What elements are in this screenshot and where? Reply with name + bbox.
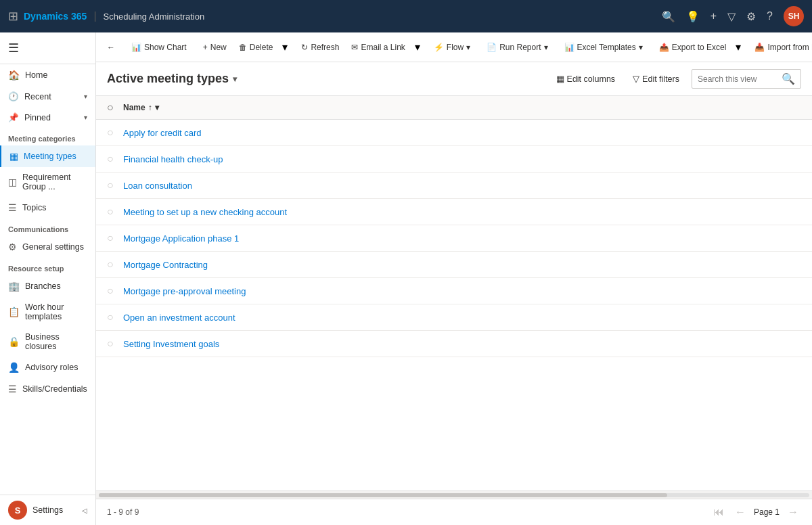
filter-icon[interactable]: ▽ <box>727 10 736 23</box>
row-name-link[interactable]: Mortgage pre-approval meeting <box>123 286 246 296</box>
row-checkbox[interactable]: ○ <box>107 153 123 165</box>
search-icon[interactable]: 🔍 <box>782 72 795 85</box>
row-checkbox[interactable]: ○ <box>107 206 123 218</box>
hamburger-button[interactable]: ☰ <box>5 38 90 58</box>
sidebar-item-general-settings[interactable]: ⚙ General settings <box>0 236 95 258</box>
delete-button[interactable]: 🗑 Delete <box>233 39 279 55</box>
table-row[interactable]: ○ Mortgage Contracting <box>96 252 812 278</box>
search-input[interactable] <box>698 74 779 84</box>
row-checkbox[interactable]: ○ <box>107 179 123 191</box>
column-name-header[interactable]: Name ↑ ▾ <box>123 103 159 112</box>
run-report-button[interactable]: 📄 Run Report ▾ <box>481 39 553 55</box>
edit-columns-button[interactable]: ▦ Edit columns <box>551 71 621 87</box>
row-name-link[interactable]: Mortgage Contracting <box>123 260 208 270</box>
sidebar-item-pinned[interactable]: 📌 Pinned ▾ <box>0 107 95 128</box>
table-row[interactable]: ○ Meeting to set up a new checking accou… <box>96 199 812 225</box>
sidebar-item-home[interactable]: 🏠 Home <box>0 64 95 86</box>
table-row[interactable]: ○ Financial health check-up <box>96 146 812 173</box>
row-name-link[interactable]: Apply for credit card <box>123 128 202 138</box>
sidebar-item-branches[interactable]: 🏢 Branches <box>0 275 95 297</box>
email-link-button[interactable]: ✉ Email a Link <box>346 39 410 55</box>
sidebar-item-requirement-group[interactable]: ◫ Requirement Group ... <box>0 167 95 197</box>
scrollbar-track[interactable] <box>99 493 809 497</box>
back-button[interactable]: ← <box>102 39 120 55</box>
email-dropdown[interactable]: ▾ <box>412 37 423 57</box>
delete-dropdown[interactable]: ▾ <box>279 37 290 57</box>
table-row[interactable]: ○ Apply for credit card <box>96 120 812 146</box>
content-area: ← 📊 Show Chart + New 🗑 Delete ▾ ↻ R <box>96 32 812 525</box>
chevron-down-icon[interactable]: ▾ <box>155 103 159 112</box>
sidebar-item-meeting-types[interactable]: ▦ Meeting types <box>0 145 95 167</box>
sidebar-item-advisory-roles[interactable]: 👤 Advisory roles <box>0 357 95 378</box>
avatar[interactable]: SH <box>784 6 804 26</box>
table-row[interactable]: ○ Mortgage Application phase 1 <box>96 225 812 252</box>
sidebar-item-recent[interactable]: 🕐 Recent ▾ <box>0 86 95 107</box>
edit-filters-button[interactable]: ▽ Edit filters <box>627 71 685 87</box>
import-icon: 📥 <box>754 43 765 52</box>
refresh-button[interactable]: ↻ Refresh <box>296 39 344 55</box>
row-checkbox[interactable]: ○ <box>107 232 123 244</box>
chevron-down-icon: ▾ <box>415 41 420 53</box>
chevron-down-icon: ▾ <box>639 43 643 52</box>
row-checkbox[interactable]: ○ <box>107 127 123 139</box>
excel-templates-button[interactable]: 📊 Excel Templates ▾ <box>559 39 648 55</box>
sort-asc-icon: ↑ <box>148 103 152 112</box>
first-page-button[interactable]: ⏮ <box>710 505 727 520</box>
sidebar-pinned-label: Pinned <box>24 113 51 122</box>
scrollbar-area[interactable] <box>96 490 812 499</box>
show-chart-button[interactable]: 📊 Show Chart <box>126 39 192 55</box>
row-name-link[interactable]: Meeting to set up a new checking account <box>123 207 287 217</box>
prev-page-button[interactable]: ← <box>732 505 748 520</box>
chevron-down-icon: ▾ <box>282 41 288 53</box>
recent-icon: 🕐 <box>8 91 19 101</box>
flow-icon: ⚡ <box>434 43 444 52</box>
main-layout: ☰ 🏠 Home 🕐 Recent ▾ 📌 Pinned ▾ Meeting c… <box>0 32 812 525</box>
export-dropdown[interactable]: ▾ <box>733 37 744 57</box>
sidebar: ☰ 🏠 Home 🕐 Recent ▾ 📌 Pinned ▾ Meeting c… <box>0 32 96 525</box>
sidebar-item-work-hour-templates[interactable]: 📋 Work hour templates <box>0 297 95 327</box>
chart-icon: 📊 <box>131 43 141 52</box>
row-checkbox[interactable]: ○ <box>107 285 123 297</box>
email-icon: ✉ <box>351 43 358 52</box>
export-excel-button[interactable]: 📤 Export to Excel <box>654 39 732 55</box>
search-box[interactable]: 🔍 <box>692 69 801 89</box>
chevron-down-icon: ▾ <box>84 114 87 121</box>
settings-icon[interactable]: ⚙ <box>746 10 756 23</box>
lightbulb-icon[interactable]: 💡 <box>686 10 700 23</box>
table-row[interactable]: ○ Open an investment account <box>96 304 812 331</box>
next-page-button[interactable]: → <box>785 505 801 520</box>
view-dropdown-icon[interactable]: ▾ <box>233 74 237 84</box>
row-name-link[interactable]: Mortgage Application phase 1 <box>123 233 239 244</box>
sidebar-item-skills-credentials[interactable]: ☰ Skills/Credentials <box>0 378 95 400</box>
search-icon[interactable]: 🔍 <box>662 10 675 23</box>
scrollbar-thumb[interactable] <box>99 493 667 497</box>
export-icon: 📤 <box>659 43 669 52</box>
add-icon[interactable]: + <box>710 10 717 22</box>
sidebar-item-business-closures[interactable]: 🔒 Business closures <box>0 327 95 357</box>
sidebar-item-label: Advisory roles <box>25 363 78 372</box>
sidebar-item-topics[interactable]: ☰ Topics <box>0 197 95 219</box>
table-row[interactable]: ○ Loan consultation <box>96 173 812 199</box>
flow-button[interactable]: ⚡ Flow ▾ <box>428 39 476 55</box>
row-name-link[interactable]: Open an investment account <box>123 313 235 323</box>
view-title-text: Active meeting types <box>107 72 229 86</box>
table-row[interactable]: ○ Mortgage pre-approval meeting <box>96 278 812 304</box>
row-name-link[interactable]: Loan consultation <box>123 181 192 191</box>
sidebar-item-label: Topics <box>22 203 46 212</box>
row-checkbox[interactable]: ○ <box>107 311 123 323</box>
row-checkbox[interactable]: ○ <box>107 338 123 350</box>
nav-icons: 🔍 💡 + ▽ ⚙ ? SH <box>662 6 804 26</box>
import-excel-button[interactable]: 📥 Import from Excel <box>749 39 812 55</box>
table-row[interactable]: ○ Setting Investment goals <box>96 331 812 357</box>
row-name-link[interactable]: Financial health check-up <box>123 154 223 164</box>
new-button[interactable]: + New <box>198 39 232 55</box>
row-name-link[interactable]: Setting Investment goals <box>123 339 219 349</box>
row-checkbox[interactable]: ○ <box>107 258 123 271</box>
section-communications: Communications <box>0 219 95 236</box>
select-all-checkbox[interactable]: ○ <box>107 101 123 114</box>
sidebar-bottom-settings[interactable]: S Settings ◁ <box>0 495 95 525</box>
business-closures-icon: 🔒 <box>8 336 20 347</box>
help-icon[interactable]: ? <box>767 10 773 22</box>
sidebar-item-label: Home <box>25 70 47 80</box>
grid-icon[interactable]: ⊞ <box>8 9 18 24</box>
